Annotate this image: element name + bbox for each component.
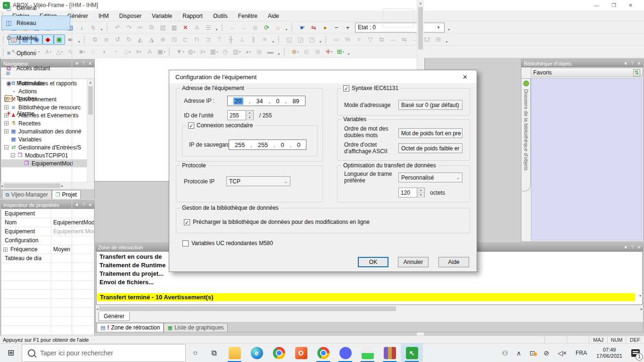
start-button[interactable]: ⊞ [0,344,22,362]
meter-icon[interactable]: ◷ [220,47,231,57]
pie-display-icon[interactable]: ◕▾ [242,47,254,57]
format-icon[interactable]: A [191,22,203,33]
spin-up-icon[interactable]: ▴ [417,188,424,193]
toolbar-overflow-icon[interactable]: ▾ [284,22,289,33]
zoom-in-icon[interactable]: + [342,22,354,33]
spin-down-icon[interactable]: ▾ [246,115,253,120]
regroup-icon[interactable]: ◳ [306,34,318,45]
toolbar-overflow-icon[interactable]: ▾ [271,34,276,45]
back-icon[interactable]: ← [227,22,239,33]
copy-icon[interactable]: ⧉ [146,22,157,33]
flip-vertical-icon[interactable]: ◮ [146,34,157,45]
stop-icon[interactable]: ⊘ [250,22,261,33]
toolbar-grip[interactable] [325,35,329,44]
lamp-icon[interactable]: ◍▾ [186,47,197,57]
pin-icon[interactable]: ⊤ [631,245,635,250]
device-tab-reseau[interactable]: ◫ Réseau [1,16,70,30]
vijeo-update-tray-icon[interactable]: ⊡ [526,349,540,357]
ungroup-icon[interactable]: ◲ [295,34,306,45]
help-button[interactable]: Aide [438,257,469,267]
tab-liste-graphiques[interactable]: ▦ Liste de graphiques [164,323,227,332]
image-icon[interactable]: ▣▾ [156,47,167,57]
protocol-ip-select[interactable]: TCP⌄ [226,176,290,186]
favorites-bar[interactable]: Favoris ⇅ [531,68,643,77]
menu-item[interactable]: Rapport [177,11,208,21]
unit-id-spinner[interactable]: 255 ▴▾ [227,110,254,120]
volume-muted-icon[interactable]: ◁× [553,349,571,357]
expression-icon[interactable]: % [342,34,354,45]
ok-button[interactable]: OK [358,257,388,267]
toolbar-grip[interactable] [107,23,110,32]
taskbar-app-discord[interactable] [334,344,356,362]
undo-icon[interactable]: ↶ [112,22,124,33]
scale-icon[interactable]: ◇▾ [122,47,133,57]
paste-icon[interactable]: ▤ [157,22,169,33]
device-tab-multimedia[interactable]: ◉ Multimédia [1,76,70,90]
zoom-out-icon[interactable]: − [331,22,342,33]
zoom-100-icon[interactable]: ⊙ [301,47,312,57]
close-icon[interactable]: ✕ [88,203,92,207]
ip-octet-1[interactable]: 20 [233,98,243,105]
toolbar-overflow-icon[interactable]: ▾ [214,22,220,33]
hidden-icons-chevron[interactable]: ∧ [512,349,525,357]
ascii-order-select[interactable]: Octet de poids faible er⌄ [398,143,462,153]
taskbar-app-office[interactable]: O [290,344,312,362]
align-top-icon[interactable]: ⊤ [214,34,225,45]
cortana-button[interactable]: ○ [186,344,205,362]
close-button[interactable]: ✕ [628,2,633,8]
align-right-icon[interactable]: ⊐ [203,34,214,45]
taskbar-app-vijeo[interactable]: ↖ [401,344,423,362]
camera-viewer-icon[interactable]: ◎ [254,47,265,57]
resize-width-icon[interactable]: ↔ [388,34,399,45]
rotate-left-icon[interactable]: ↺ [112,34,124,45]
text-icon[interactable]: A [144,47,156,57]
cancel-button[interactable]: Annuler [398,257,429,267]
library-folders-tab[interactable]: Dossiers de la bibliothèque d'objets [522,78,531,191]
people-icon[interactable]: ⚇ [498,349,512,357]
ip-octet-3[interactable]: 0 [276,98,279,105]
taskbar-app-chrome-2[interactable] [312,344,334,362]
feedback-horizontal-scrollbar[interactable]: ◂▸ [96,305,643,312]
menu-item[interactable]: Disposer [114,11,147,21]
toolbar-overflow-icon[interactable]: ▾ [446,22,452,33]
tree-vertical-scrollbar[interactable]: ▴ [87,79,94,182]
tooltip-icon[interactable]: ⊟ [433,34,444,45]
ip-octet-4[interactable]: 89 [292,98,299,105]
duplicate-icon[interactable]: ⧉ [376,34,388,45]
taskbar-app-winrar[interactable] [379,344,401,362]
ellipse-icon[interactable]: ○ [88,47,99,57]
taskbar-app-schneider[interactable] [356,344,379,362]
zoom-out-tool-icon[interactable]: ⊖ [312,47,323,57]
toolbar-grip[interactable] [169,48,173,56]
sort-az-icon[interactable]: ⇅ [633,69,640,76]
touch-mode-icon[interactable]: ☛ [297,22,308,33]
secondary-connection-checkbox[interactable]: ✓ [188,123,194,129]
backup-ip-field[interactable]: 255. 255. 0. 0 [229,140,306,150]
grid-icon[interactable]: ⊞▾ [335,47,346,57]
toolbar-grip[interactable] [222,23,225,32]
flip-horizontal-icon[interactable]: ◭ [135,34,146,45]
export-icon[interactable]: ↯ [88,22,99,33]
language-indicator[interactable]: FRA [571,350,592,356]
alarm-banner-icon[interactable]: ▬ [265,47,276,57]
taskbar-app-edge[interactable]: e [246,344,268,362]
form-icon[interactable]: ▭ [331,34,342,45]
toolbar-grip[interactable] [291,23,295,32]
tab-generer[interactable]: Générer [99,312,130,321]
menu-item[interactable]: Variable [147,11,177,21]
align-middle-icon[interactable]: ╫ [225,34,237,45]
no-internet-icon[interactable]: ⊘ [539,349,553,357]
menu-item[interactable]: Aide [263,11,284,21]
panel-menu-icon[interactable]: ▼ [624,61,628,66]
forward-icon[interactable]: → [239,22,250,33]
device-tab-options[interactable]: ≡ Options [1,46,70,60]
numeric-display-icon[interactable]: #▾ [197,47,208,57]
search-box[interactable]: Taper ici pour rechercher [22,344,186,362]
device-tab-alarme[interactable]: ☀ Alarme [1,106,70,121]
group-icon[interactable]: ◱ [284,34,295,45]
word-order-select[interactable]: Mot de poids fort en pre⌄ [398,128,462,138]
fit-selection-icon[interactable]: ✛▾ [323,47,335,57]
distribute-h-icon[interactable]: ∥ [248,34,259,45]
scroll-down-icon[interactable]: ▾ [639,294,641,298]
toolbar-grip[interactable] [284,48,288,56]
